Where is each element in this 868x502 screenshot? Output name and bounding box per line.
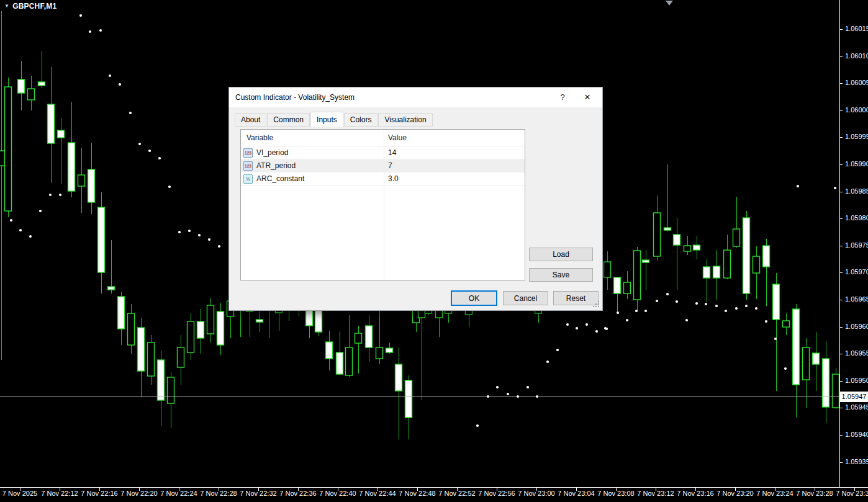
indicator-dot <box>585 323 588 326</box>
param-value[interactable]: 14 <box>388 148 396 157</box>
help-button[interactable]: ? <box>553 87 572 107</box>
candle-body <box>337 352 343 374</box>
indicator-dot <box>546 361 549 363</box>
table-row[interactable]: ½ ARC_constant 3.0 <box>241 173 525 186</box>
dialog-title: Custom Indicator - Volatility_System <box>235 87 355 107</box>
indicator-dot <box>99 29 102 32</box>
indicator-dot <box>79 14 82 17</box>
indicator-dot <box>138 143 141 145</box>
dialog-titlebar[interactable]: Custom Indicator - Volatility_System ? ✕ <box>229 87 602 107</box>
indicator-dot <box>168 186 171 188</box>
price-axis-label: 1.05940 <box>845 431 868 438</box>
indicator-dot <box>715 305 718 307</box>
table-header: Variable Value <box>241 130 525 146</box>
indicator-dot <box>576 327 578 329</box>
indicator-dot <box>178 231 181 233</box>
candle-body <box>355 333 362 343</box>
indicator-dot <box>595 330 598 333</box>
candle-body <box>724 250 731 278</box>
indicator-dot <box>476 424 479 427</box>
indicator-dot <box>735 307 738 310</box>
candle-body <box>188 321 194 352</box>
param-name: ARC_constant <box>256 174 304 183</box>
candle-body <box>168 377 174 403</box>
tab-visualization[interactable]: Visualization <box>378 113 432 126</box>
param-name: VI_period <box>256 148 288 157</box>
candle-body <box>396 364 402 391</box>
candle-body <box>207 305 214 334</box>
column-header-value: Value <box>388 130 407 146</box>
candle-body <box>178 347 184 367</box>
candle-body <box>763 246 770 267</box>
candle-body <box>674 235 680 245</box>
candle-body <box>138 328 145 371</box>
indicator-dot <box>765 320 767 323</box>
load-button[interactable]: Load <box>529 248 593 261</box>
indicator-dot <box>755 307 757 310</box>
indicator-dot <box>89 30 91 33</box>
save-button[interactable]: Save <box>529 268 593 282</box>
price-axis-label: 1.06010 <box>845 52 868 60</box>
indicator-dot <box>556 349 559 351</box>
indicator-dot <box>527 386 529 388</box>
tab-colors[interactable]: Colors <box>344 113 378 126</box>
candle-body <box>624 282 631 294</box>
candle-body <box>217 312 224 345</box>
ok-button[interactable]: OK <box>451 290 497 306</box>
candle-body <box>803 347 810 380</box>
candle-body <box>256 320 263 322</box>
indicator-dot <box>487 395 489 398</box>
indicator-dot <box>705 303 707 305</box>
double-type-icon: ½ <box>243 174 253 184</box>
price-axis-label: 1.05945 <box>845 403 868 411</box>
candle-body <box>733 229 740 246</box>
price-axis-label: 1.05985 <box>845 187 868 195</box>
candle-body <box>405 380 412 418</box>
indicator-dot <box>158 157 161 159</box>
candle-body <box>713 266 720 278</box>
candle-body <box>664 228 671 230</box>
candle-body <box>197 321 204 338</box>
candle-body <box>315 309 322 332</box>
symbol-dropdown-icon: ▼ <box>4 3 9 9</box>
indicator-dot <box>676 300 678 303</box>
indicator-dot <box>49 194 52 196</box>
candle-body <box>128 313 135 345</box>
tab-inputs[interactable]: Inputs <box>310 112 343 127</box>
tab-about[interactable]: About <box>235 113 266 126</box>
indicator-dot <box>635 310 638 312</box>
candle-body <box>118 297 125 329</box>
resize-grip[interactable] <box>598 306 599 307</box>
price-axis-label: 1.05975 <box>845 241 868 249</box>
indicator-dot <box>774 338 777 340</box>
indicator-dot <box>10 219 12 222</box>
price-axis-label: 1.05950 <box>845 377 868 384</box>
candle-body <box>418 310 425 318</box>
cancel-button[interactable]: Cancel <box>503 291 548 305</box>
indicator-dot <box>188 230 191 232</box>
symbol-label: ▼GBPCHF,M1 <box>4 2 57 11</box>
indicator-dot <box>644 310 647 312</box>
mt4-window: ▼GBPCHF,M1 1.060151.060101.060051.060001… <box>0 0 868 502</box>
param-value[interactable]: 3.0 <box>388 174 399 183</box>
tab-common[interactable]: Common <box>267 113 310 126</box>
candle-body <box>0 151 5 166</box>
symbol-label-text: GBPCHF,M1 <box>12 2 57 11</box>
price-axis-label: 1.06000 <box>845 106 868 114</box>
indicator-dot <box>517 395 519 398</box>
candle-body <box>18 79 25 93</box>
table-row[interactable]: 123 ATR_period 7 <box>241 159 525 173</box>
indicator-dialog: Custom Indicator - Volatility_System ? ✕… <box>228 87 603 311</box>
candle-body <box>773 284 780 320</box>
close-icon[interactable]: ✕ <box>577 87 597 107</box>
candle-body <box>643 260 649 262</box>
price-axis-label: 1.05955 <box>845 349 868 357</box>
param-value[interactable]: 7 <box>388 161 392 170</box>
reset-button[interactable]: Reset <box>553 291 599 305</box>
price-axis-label: 1.05970 <box>845 268 868 276</box>
table-row[interactable]: 123 VI_period 14 <box>241 146 525 159</box>
price-axis-label: 1.05995 <box>845 133 868 140</box>
indicator-dot <box>148 150 151 152</box>
candle-body <box>694 245 700 250</box>
candle-body <box>604 262 611 277</box>
